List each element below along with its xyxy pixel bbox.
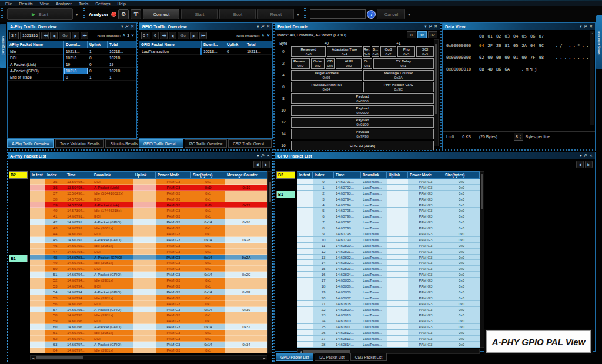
packet-row[interactable]: 4814.60793...A-Packet (GPIO)PAM G30x140x… — [30, 255, 267, 261]
close-icon[interactable]: ✕ — [131, 24, 134, 29]
packet-row[interactable]: 2714.60813...LastTrans...PAM G30x0 — [297, 336, 480, 342]
go-button[interactable]: Go — [178, 32, 189, 39]
connect-button[interactable]: Connect — [143, 9, 179, 19]
field-reserv-[interactable]: Reserv...0x0 — [291, 58, 310, 69]
packet-row[interactable]: 2414.60810...LastTrans...PAM G30x0 — [297, 318, 480, 324]
packet-row[interactable]: 5814.60795...Idle (3981x)PAM G30x1 — [30, 312, 267, 318]
reset-button[interactable]: Reset — [257, 9, 294, 19]
packet-row[interactable]: 4014.57304...Idle (17446218x)PAM G30x1 — [30, 208, 267, 213]
packet-row[interactable]: 5414.60794...A-Packet (GPIO)PAM G30x140x… — [30, 289, 267, 295]
scroll-thumb[interactable] — [36, 356, 83, 359]
d­ropdown-icon[interactable]: ▾ — [257, 153, 259, 158]
tab-i2c-packet-list[interactable]: I2C Packet List — [315, 353, 349, 361]
packet-row[interactable]: 4514.60792...A-Packet (GPIO)PAM G30x140x… — [30, 237, 267, 243]
hex-byte[interactable]: 2A — [522, 44, 531, 48]
packet-row[interactable]: 5014.60794...EOIPAM G30x1 — [30, 266, 267, 272]
field-prio[interactable]: Prio0x3 — [397, 46, 415, 57]
packet-row[interactable]: 4414.60792...EOIPAM G30x1 — [30, 231, 267, 237]
first-instance-button[interactable]: ◀◀ — [41, 32, 49, 39]
chevron-up-icon[interactable]: ∧ — [122, 33, 126, 38]
packet-row[interactable]: 1514.60803...LastTrans...PAM G30x0 — [297, 266, 480, 272]
field-ob[interactable]: OB0x0 — [326, 58, 335, 69]
hex-byte[interactable]: 00 — [505, 55, 514, 60]
packet-row[interactable]: 1314.60802...LastTrans...PAM G30x0 — [297, 255, 480, 261]
field-payload[interactable]: Payload0x0200 — [291, 93, 434, 104]
field-payload[interactable]: Payload0x0000 — [291, 105, 434, 116]
packet-row[interactable]: 6414.60797...Idle (3981x)PAM G30x1 — [30, 348, 267, 353]
packet-row[interactable]: 1114.60800...LastTrans...PAM G30x0 — [297, 243, 480, 249]
field-payloadlength-n-[interactable]: PayloadLength (N)0x04 — [291, 82, 362, 92]
instance-spinner[interactable]: 3▲▼ — [9, 32, 19, 39]
toolbar-grip[interactable] — [304, 8, 306, 20]
column-header[interactable]: Size(bytes) — [443, 172, 480, 178]
packet-row[interactable]: 4314.60791...Idle (3861x)PAM G30x1 — [30, 225, 267, 231]
packet-row[interactable]: 2814.60814...LastTrans...PAM G30x0 — [297, 342, 480, 348]
pin-icon[interactable]: ⚲ — [124, 24, 129, 29]
scroll-left-icon[interactable]: ◀ — [31, 356, 36, 360]
packet-row[interactable]: 5114.60794...A-Packet (GPIO)PAM G30x140x… — [30, 272, 267, 278]
menu-item-tools[interactable]: Tools — [75, 1, 92, 6]
hex-byte[interactable]: 6A — [505, 67, 514, 72]
field-tx-delay[interactable]: TX Delay0x1 — [373, 58, 434, 69]
packet-row[interactable]: 1714.60805...LastTrans...PAM G30x0 — [297, 278, 480, 283]
chevron-down-icon[interactable]: ▾ — [407, 12, 411, 16]
packet-row[interactable]: 4714.60793...EOIPAM G30x1 — [30, 249, 267, 255]
chevron-up-icon[interactable]: ∧ — [261, 33, 265, 38]
pin-icon[interactable]: ⚲ — [260, 153, 265, 158]
pin-icon[interactable]: ⚲ — [583, 24, 588, 29]
field-sci[interactable]: SCI0x3 — [416, 46, 434, 57]
field-qos[interactable]: QoS0x2 — [380, 46, 396, 57]
panel-titlebar[interactable]: A-Phy Traffic Overview ▾ ⚲ ✕ — [8, 23, 136, 30]
column-header[interactable]: Total — [245, 41, 272, 48]
packet-row[interactable]: 5714.60795...A-Packet (GPIO)PAM G30x140x… — [30, 307, 267, 313]
column-header[interactable]: Time — [65, 172, 92, 178]
dropdown-icon[interactable]: ▾ — [580, 24, 581, 29]
field-or-[interactable]: Or...0x1 — [363, 58, 372, 69]
menu-item-help[interactable]: Help — [114, 1, 129, 6]
packet-row[interactable]: 014.60791...LastTrans...PAM G30x0 — [297, 179, 480, 185]
overview-row[interactable]: Idle10218...110218... — [8, 48, 136, 55]
prev-instance-button[interactable]: ◀ — [50, 32, 58, 39]
close-icon[interactable]: ✕ — [434, 24, 437, 29]
packet-row[interactable]: 4214.60791...A-Packet (GPIO)PAM G30x140x… — [30, 219, 267, 225]
page-left-button[interactable]: ◀ — [576, 161, 584, 168]
bit-width-32-button[interactable]: 32 — [428, 31, 437, 38]
field-crc-32-31-16-[interactable]: CRC-32 [31:16] — [291, 141, 434, 150]
packet-row[interactable]: 1414.60802...LastTrans...PAM G30x0 — [297, 260, 480, 266]
packet-row[interactable]: 6314.60797...A-Packet (GPIO)PAM G30x140x… — [30, 342, 267, 348]
packet-row[interactable]: 5214.60794...Idle (3981x)PAM G30x1 — [30, 278, 267, 283]
menu-item-analyzer[interactable]: Analyzer — [52, 1, 75, 6]
hex-byte[interactable]: 7F — [530, 55, 539, 60]
packet-row[interactable]: 5314.60794...EOIPAM G30x1 — [30, 283, 267, 289]
page-right-button[interactable]: ▶ — [585, 161, 593, 168]
packet-row[interactable]: 5614.60795...EOIPAM G30x1 — [30, 301, 267, 307]
hex-byte[interactable]: 01 — [513, 55, 522, 60]
start-run-button[interactable]: Start — [181, 9, 218, 19]
hex-byte[interactable]: 81 — [505, 44, 514, 48]
sidebar-tab-instrument-status[interactable]: Instrument Status — [596, 15, 602, 69]
hex-byte[interactable]: 4D — [488, 67, 497, 72]
hex-byte[interactable]: 00 — [496, 55, 505, 60]
packet-row[interactable]: 2614.60812...LastTrans...PAM G30x0 — [297, 330, 480, 336]
hex-byte[interactable]: 00 — [522, 55, 531, 60]
next-instance-button[interactable]: ▶ — [190, 32, 198, 39]
field-reserved[interactable]: Reserved0x0 — [291, 46, 326, 57]
page-left-button[interactable]: ◀ — [253, 161, 261, 168]
close-icon[interactable]: ✕ — [267, 153, 270, 158]
packet-row[interactable]: 814.60798...LastTrans...PAM G30x0 — [297, 225, 480, 231]
spinner-arrows-icon[interactable]: ▲▼ — [146, 33, 149, 38]
column-header[interactable]: GPIO Packet Name — [139, 41, 202, 48]
panel-titlebar[interactable]: A-Phy Packet List ▾ ⚲ ✕ — [8, 152, 272, 159]
tab-a-phy-traffic-overview[interactable]: A-Phy Traffic Overview — [7, 139, 54, 148]
chevron-down-icon[interactable]: ∨ — [266, 33, 270, 38]
tab-csi2-traffic-overvi-[interactable]: CSI2 Traffic Overvi... — [228, 139, 272, 148]
scrollbar-vertical[interactable] — [434, 39, 439, 146]
bytes-per-line-spinner[interactable]: 8▲▼ — [514, 133, 523, 141]
packet-row[interactable]: 214.60793...LastTrans...PAM G30x0 — [297, 191, 480, 196]
instance-count-field[interactable]: 0 — [152, 32, 159, 39]
hex-byte[interactable]: 9C — [539, 44, 548, 48]
packet-row[interactable]: 6214.60797...EOIPAM G30x1 — [30, 336, 267, 342]
column-header[interactable]: Downlink — [92, 172, 133, 178]
packet-row[interactable]: 1014.60799...LastTrans...PAM G30x0 — [297, 237, 480, 243]
packet-row[interactable]: 514.60795...LastTrans...PAM G30x0 — [297, 208, 480, 213]
